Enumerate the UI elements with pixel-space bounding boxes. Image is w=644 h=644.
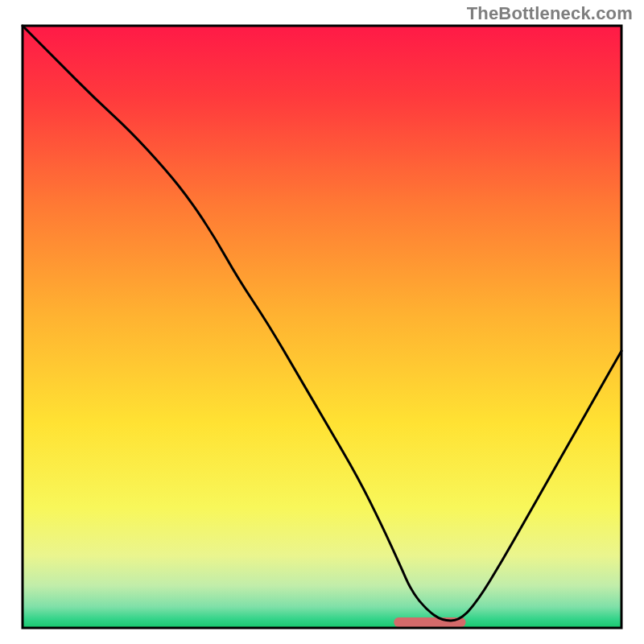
- watermark-label: TheBottleneck.com: [467, 3, 633, 24]
- chart-stage: TheBottleneck.com: [0, 0, 644, 644]
- bottleneck-chart: [0, 0, 644, 644]
